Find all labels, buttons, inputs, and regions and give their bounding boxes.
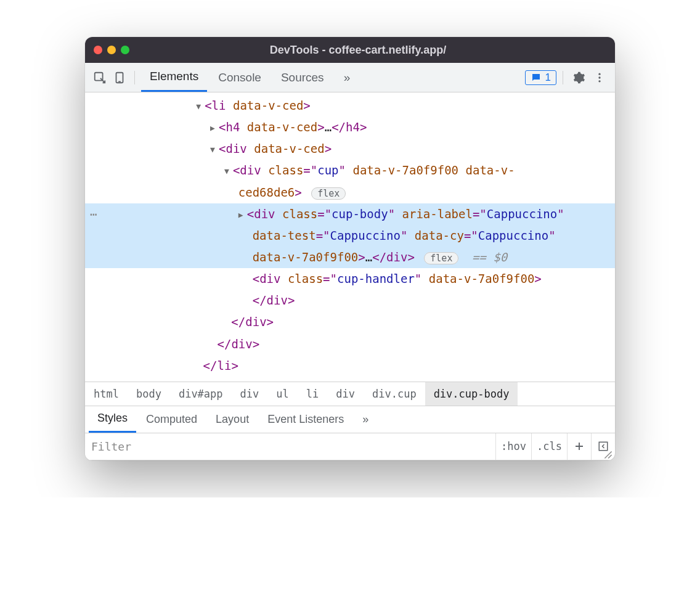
gear-icon[interactable] [569, 68, 588, 87]
dom-line[interactable]: ▼<li data-v-ced> [85, 95, 615, 116]
breadcrumb-item[interactable]: html [85, 382, 128, 406]
minimize-icon[interactable] [107, 46, 116, 54]
close-icon[interactable] [94, 46, 102, 54]
main-toolbar: Elements Console Sources » 1 [85, 63, 615, 92]
cls-button[interactable]: .cls [531, 433, 567, 460]
device-toggle-icon[interactable] [111, 69, 128, 86]
styles-tabs-more[interactable]: » [354, 406, 377, 433]
kebab-icon[interactable] [590, 68, 609, 87]
breadcrumb-item[interactable]: ul [267, 382, 297, 406]
breadcrumb-item[interactable]: div.cup-body [425, 382, 518, 406]
separator [563, 71, 563, 84]
tabs-more[interactable]: » [335, 63, 359, 92]
hov-button[interactable]: :hov [495, 433, 531, 460]
svg-point-5 [598, 80, 600, 82]
dom-line[interactable]: ▼<div class="cup" data-v-7a0f9f00 data-v… [85, 160, 615, 181]
new-style-rule-icon[interactable] [567, 433, 591, 460]
dom-line[interactable]: ⋯ ▶<div class="cup-body" aria-label="Cap… [85, 203, 615, 225]
tab-sources[interactable]: Sources [272, 63, 333, 92]
svg-point-3 [598, 73, 600, 75]
svg-point-4 [598, 76, 600, 78]
svg-line-10 [608, 455, 612, 459]
breadcrumb-item[interactable]: div.cup [364, 382, 425, 406]
breadcrumb-item[interactable]: div [327, 382, 364, 406]
styles-tabs: Styles Computed Layout Event Listeners » [85, 406, 615, 433]
dom-line[interactable]: ced68de6> flex [85, 182, 615, 203]
svg-line-9 [604, 451, 611, 458]
issues-count: 1 [545, 72, 551, 84]
styles-tab-event-listeners[interactable]: Event Listeners [259, 406, 352, 433]
styles-filter-row: :hov .cls [85, 433, 615, 460]
titlebar: DevTools - coffee-cart.netlify.app/ [85, 37, 615, 63]
dom-line[interactable]: </div> [85, 311, 615, 333]
maximize-icon[interactable] [121, 46, 129, 54]
styles-filter-input[interactable] [85, 433, 495, 460]
dom-line[interactable]: ▶<h4 data-v-ced>…</h4> [85, 116, 615, 138]
styles-tab-computed[interactable]: Computed [137, 406, 206, 433]
dom-line[interactable]: data-test="Cappuccino" data-cy="Cappucci… [85, 225, 615, 247]
inspect-icon[interactable] [91, 69, 108, 86]
devtools-window: DevTools - coffee-cart.netlify.app/ Elem… [85, 37, 615, 460]
styles-tab-styles[interactable]: Styles [89, 406, 136, 433]
dom-line[interactable]: </div> [85, 333, 615, 355]
dom-line[interactable]: </li> [85, 355, 615, 377]
breadcrumb-item[interactable]: li [298, 382, 327, 406]
separator [134, 71, 135, 84]
dom-line[interactable]: data-v-7a0f9f00>…</div> flex == $0 [85, 247, 615, 268]
dom-tree[interactable]: ▼<li data-v-ced> ▶<h4 data-v-ced>…</h4> … [85, 92, 615, 382]
breadcrumb-item[interactable]: div#app [170, 382, 232, 406]
breadcrumbs: htmlbodydiv#appdivullidivdiv.cupdiv.cup-… [85, 382, 615, 406]
window-title: DevTools - coffee-cart.netlify.app/ [134, 44, 582, 57]
resize-handle-icon[interactable] [604, 451, 612, 459]
breadcrumb-item[interactable]: body [128, 382, 170, 406]
dom-line[interactable]: <div class="cup-handler" data-v-7a0f9f00… [85, 268, 615, 290]
dom-line[interactable]: ▼<div data-v-ced> [85, 138, 615, 160]
styles-tab-layout[interactable]: Layout [207, 406, 258, 433]
issues-badge[interactable]: 1 [525, 70, 556, 85]
svg-rect-8 [599, 443, 608, 451]
breadcrumb-item[interactable]: div [232, 382, 268, 406]
dom-line[interactable]: </div> [85, 290, 615, 311]
tab-console[interactable]: Console [210, 63, 270, 92]
tab-elements[interactable]: Elements [141, 63, 207, 92]
